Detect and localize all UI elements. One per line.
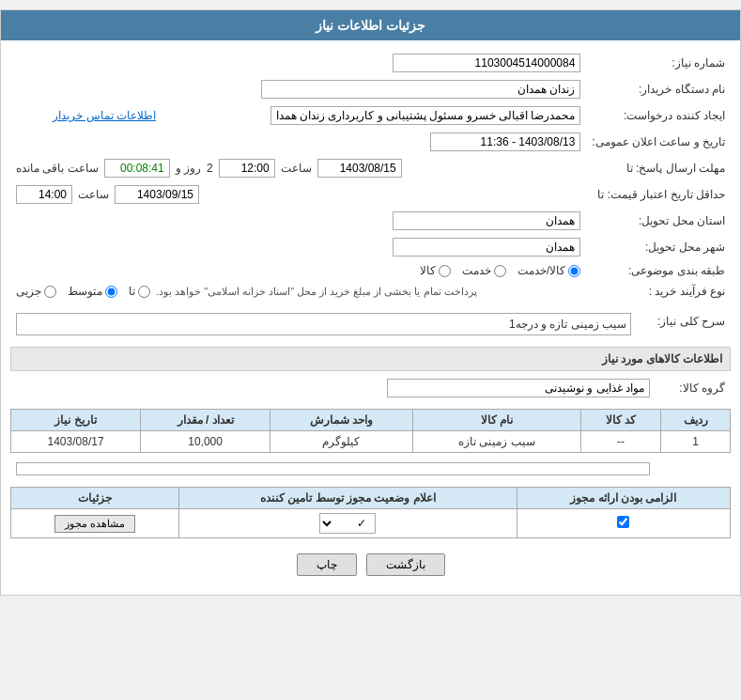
main-need-value: سیب زمینی تازه و درجه1 <box>509 318 626 331</box>
cell-name: سیب زمینی تازه <box>412 431 580 453</box>
col-date: تاریخ نیاز <box>11 410 141 431</box>
need-number-input[interactable] <box>393 54 580 72</box>
col-code: کد کالا <box>580 410 661 431</box>
datetime-input[interactable] <box>430 132 580 151</box>
table-row: 1 -- سیب زمینی تازه کیلوگرم 10,000 1403/… <box>11 431 731 453</box>
goods-group-label: گروه کالا: <box>656 375 731 401</box>
footer-buttons: بازگشت چاپ <box>10 544 731 585</box>
back-button[interactable]: بازگشت <box>366 553 445 576</box>
goods-group-table: گروه کالا: <box>10 375 731 401</box>
category-khadamat[interactable]: خدمت <box>462 264 506 277</box>
annex-row: ✓ مشاهده مجوز <box>11 509 731 538</box>
goods-section-title: اطلاعات کالاهای مورد نیاز <box>10 347 731 371</box>
response-days-value: 2 <box>207 162 213 175</box>
cell-code: -- <box>580 431 661 453</box>
delivery-province-label: استان محل تحویل: <box>586 208 731 234</box>
annex-status-select[interactable]: ✓ <box>319 513 376 534</box>
annex-col-status: اعلام وضعیت مجوز توسط تامین کننده <box>178 488 517 509</box>
response-deadline-label: مهلت ارسال پاسخ: تا <box>586 155 731 181</box>
purchase-type-jozy[interactable]: جزیی <box>16 285 56 298</box>
response-remaining-suffix: ساعت باقی مانده <box>16 162 99 175</box>
category-kala[interactable]: کالا <box>420 264 451 277</box>
col-row: ردیف <box>661 410 731 431</box>
creator-input[interactable] <box>270 106 580 125</box>
purchase-type-label: نوع فرآیند خرید : <box>586 281 731 302</box>
creator-contact-link[interactable]: اطلاعات تماس خریدار <box>53 109 156 122</box>
cell-row: 1 <box>661 431 731 453</box>
response-time-input[interactable] <box>219 159 275 178</box>
cell-date: 1403/08/17 <box>11 431 141 453</box>
datetime-label: تاریخ و ساعت اعلان عمومی: <box>586 129 731 155</box>
price-date-input[interactable] <box>115 185 199 204</box>
main-info-table: شماره نیاز: نام دستگاه خریدار: ایجاد کنن… <box>10 50 731 302</box>
annex-required-cell <box>517 509 730 538</box>
delivery-city-label: شهر محل تحویل: <box>586 234 731 260</box>
page-title: جزئیات اطلاعات نیاز <box>316 18 425 33</box>
category-label: طبقه بندی موضوعی: <box>586 260 731 281</box>
annex-col-details: جزئیات <box>11 488 179 509</box>
delivery-province-input[interactable] <box>393 211 580 230</box>
price-time-label: ساعت <box>78 188 109 201</box>
purchase-type-note: پرداخت تمام یا بخشی از مبلغ خرید از محل … <box>156 286 477 298</box>
annex-data-table: الزامی بودن ارائه مجوز اعلام وضعیت مجوز … <box>10 487 731 538</box>
print-button[interactable]: چاپ <box>297 553 357 576</box>
col-unit: واحد شمارش <box>270 410 413 431</box>
page-header: جزئیات اطلاعات نیاز <box>1 10 740 40</box>
response-time-label: ساعت <box>281 162 312 175</box>
annex-status-cell[interactable]: ✓ <box>178 509 517 538</box>
annex-details-cell: مشاهده مجوز <box>11 509 179 538</box>
purchase-type-motovaset[interactable]: متوسط <box>68 285 117 298</box>
delivery-city-input[interactable] <box>393 238 580 257</box>
main-need-table: سرح کلی نیاز: سیب زمینی تازه و درجه1 <box>10 309 731 339</box>
buyer-description-text <box>16 462 650 475</box>
col-qty: تعداد / مقدار <box>141 410 270 431</box>
goods-data-table: ردیف کد کالا نام کالا واحد شمارش تعداد /… <box>10 409 731 453</box>
annex-col-required: الزامی بودن ارائه مجوز <box>517 488 730 509</box>
purchase-type-ta[interactable]: تا <box>129 285 150 298</box>
price-deadline-label: حداقل تاریخ اعتبار قیمت: تا <box>586 181 731 208</box>
cell-qty: 10,000 <box>141 431 270 453</box>
response-remaining-input[interactable] <box>104 159 170 178</box>
view-annex-button[interactable]: مشاهده مجوز <box>54 515 135 533</box>
cell-unit: کیلوگرم <box>270 431 413 453</box>
response-date-input[interactable] <box>317 159 402 178</box>
goods-group-input[interactable] <box>387 379 650 397</box>
main-need-label: سرح کلی نیاز: <box>637 309 731 339</box>
creator-label: ایجاد کننده درخواست: <box>586 102 731 129</box>
buyer-description-label <box>656 459 731 479</box>
need-number-label: شماره نیاز: <box>586 50 731 76</box>
buyer-device-input[interactable] <box>261 80 580 99</box>
description-table <box>10 459 731 479</box>
category-kala-khadamat[interactable]: کالا/خدمت <box>517 264 580 277</box>
annex-required-checkbox[interactable] <box>617 516 629 528</box>
price-time-input[interactable] <box>16 185 72 204</box>
buyer-device-label: نام دستگاه خریدار: <box>586 76 731 102</box>
col-name: نام کالا <box>412 410 580 431</box>
response-days-label: روز و <box>176 162 201 175</box>
